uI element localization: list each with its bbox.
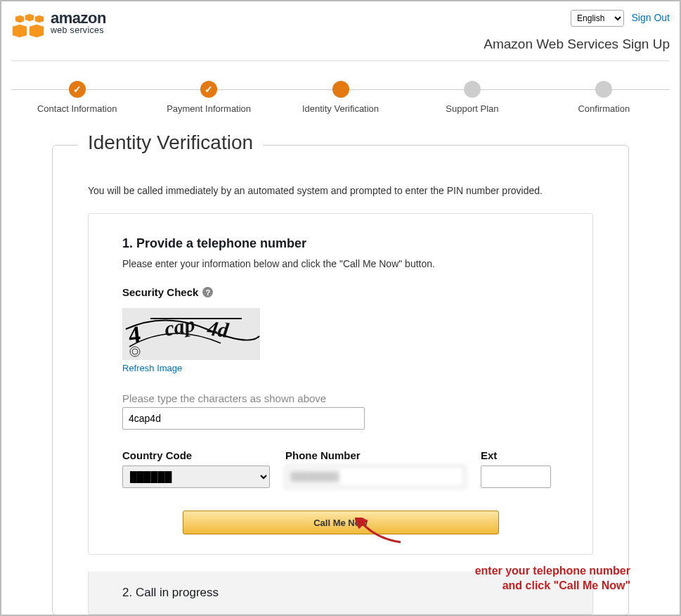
- card-subtitle: Please enter your information below and …: [122, 258, 559, 269]
- phone-number-input[interactable]: [285, 466, 465, 488]
- ext-input[interactable]: [481, 466, 551, 488]
- identity-verification-section: Identity Verification You will be called…: [52, 145, 629, 615]
- logo-subtext: web services: [51, 25, 106, 35]
- phone-number-label: Phone Number: [285, 449, 465, 461]
- sign-out-link[interactable]: Sign Out: [632, 12, 670, 23]
- country-code-label: Country Code: [122, 449, 270, 461]
- ext-label: Ext: [481, 449, 551, 461]
- security-check-label: Security Check ?: [122, 286, 559, 298]
- check-icon: ✓: [205, 84, 213, 95]
- captcha-hint: Please type the characters as shown abov…: [122, 392, 559, 404]
- svg-text:4d: 4d: [205, 316, 231, 342]
- language-select[interactable]: English: [571, 10, 624, 27]
- captcha-input[interactable]: [122, 407, 365, 430]
- step-identity-verification: Identity Verification: [275, 81, 406, 114]
- progress-stepper: ✓ Contact Information ✓ Payment Informat…: [11, 81, 670, 114]
- help-icon[interactable]: ?: [202, 287, 213, 297]
- phone-card: 1. Provide a telephone number Please ent…: [88, 213, 593, 555]
- refresh-captcha-link[interactable]: Refresh Image: [122, 363, 182, 373]
- step-payment-information: ✓ Payment Information: [143, 81, 274, 114]
- section-legend: Identity Verification: [78, 131, 263, 154]
- intro-text: You will be called immediately by an aut…: [53, 146, 628, 213]
- page-title: Amazon Web Services Sign Up: [484, 37, 670, 52]
- aws-cubes-icon: [11, 11, 48, 42]
- step-contact-information: ✓ Contact Information: [11, 81, 143, 114]
- annotation-arrow-icon: [355, 518, 404, 546]
- annotation-text: enter your telephone number and click "C…: [475, 564, 630, 593]
- header: amazon web services English Sign Out Ama…: [11, 8, 670, 61]
- aws-logo: amazon web services: [11, 8, 106, 42]
- card-title: 1. Provide a telephone number: [122, 236, 559, 251]
- step-confirmation: Confirmation: [538, 81, 670, 114]
- call-me-now-button[interactable]: Call Me Now: [183, 511, 499, 534]
- step-support-plan: Support Plan: [406, 81, 538, 114]
- check-icon: ✓: [73, 84, 82, 95]
- country-code-select[interactable]: ██████: [122, 466, 270, 488]
- captcha-image: 4 cap 4d: [122, 308, 260, 360]
- logo-text: amazon: [51, 11, 106, 25]
